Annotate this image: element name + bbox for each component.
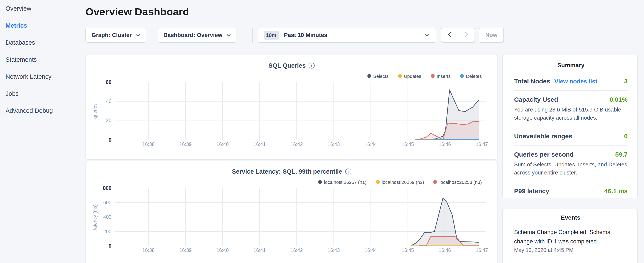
charts-column: SQL Queries i SelectsUpdatesInsertsDelet… bbox=[86, 55, 498, 263]
y-axis-tick: 600 bbox=[86, 199, 112, 206]
x-axis-tick: 16:38 bbox=[136, 248, 161, 253]
event-timestamp: May 13, 2020 at 4:45 PM bbox=[514, 247, 627, 253]
time-range-selector[interactable]: 10m Past 10 Minutes bbox=[258, 28, 436, 43]
summary-value: 46.1 ms bbox=[604, 187, 628, 194]
sidebar-item-statements[interactable]: Statements bbox=[0, 51, 85, 68]
chart-plot[interactable]: 020406016:3816:3916:4016:4116:4216:4316:… bbox=[86, 55, 497, 159]
service-latency-chart-card: Service Latency: SQL, 99th percentile i … bbox=[86, 161, 498, 263]
x-axis-tick: 16:46 bbox=[432, 142, 458, 147]
chevron-down-icon bbox=[136, 34, 140, 36]
event-text: Schema Change Completed: Schema change w… bbox=[514, 227, 627, 246]
y-axis-tick: 200 bbox=[86, 228, 112, 235]
graph-dropdown[interactable]: Graph: Cluster bbox=[86, 28, 146, 43]
chevron-down-icon bbox=[424, 34, 429, 36]
y-axis-tick: 40 bbox=[86, 98, 112, 105]
sidebar: OverviewMetricsDatabasesStatementsNetwor… bbox=[0, 0, 85, 263]
time-range-label: Past 10 Minutes bbox=[284, 32, 327, 38]
x-axis-tick: 16:43 bbox=[321, 142, 346, 147]
chevron-right-icon bbox=[464, 32, 468, 39]
summary-description: You are using 28.6 MiB of 515.9 GiB usab… bbox=[514, 105, 628, 122]
x-axis-tick: 16:44 bbox=[358, 248, 384, 253]
y-axis-tick: 60 bbox=[86, 79, 112, 85]
summary-label: Queries per second bbox=[514, 150, 574, 158]
sidebar-item-network-latency[interactable]: Network Latency bbox=[0, 68, 85, 85]
x-axis-tick: 16:40 bbox=[210, 248, 235, 253]
y-axis-label: queries bbox=[92, 103, 98, 119]
summary-card: Summary Total NodesView nodes list3Capac… bbox=[502, 55, 638, 198]
summary-row: P99 latency46.1 ms bbox=[514, 181, 628, 200]
sql-queries-chart-card: SQL Queries i SelectsUpdatesInsertsDelet… bbox=[86, 55, 498, 159]
x-axis-tick: 16:45 bbox=[395, 142, 420, 147]
time-next-button[interactable] bbox=[458, 28, 474, 42]
time-pager bbox=[441, 28, 475, 43]
summary-row: Queries per second59.7Sum of Selects, Up… bbox=[514, 145, 628, 181]
x-axis-tick: 16:39 bbox=[173, 248, 198, 253]
x-axis-tick: 16:41 bbox=[247, 142, 272, 147]
y-axis-tick: 400 bbox=[86, 213, 112, 220]
x-axis-tick: 16:46 bbox=[432, 248, 458, 253]
sidebar-item-advanced-debug[interactable]: Advanced Debug bbox=[0, 102, 85, 119]
summary-rows: Total NodesView nodes list3Capacity Used… bbox=[514, 77, 628, 200]
summary-label: Capacity Used bbox=[514, 96, 558, 103]
x-axis-tick: 16:41 bbox=[247, 248, 272, 253]
page-title: Overview Dashboard bbox=[86, 6, 189, 18]
summary-label: P99 latency bbox=[514, 187, 549, 195]
time-prev-button[interactable] bbox=[442, 28, 458, 42]
y-axis-label: latency (ms) bbox=[92, 204, 98, 229]
x-axis-tick: 16:42 bbox=[284, 248, 309, 253]
x-axis-tick: 16:45 bbox=[395, 248, 420, 253]
events-title: Events bbox=[514, 213, 627, 221]
chevron-down-icon bbox=[227, 34, 231, 36]
summary-label: Unavailable ranges bbox=[514, 132, 572, 140]
dashboard-dropdown-label: Dashboard: Overview bbox=[163, 32, 222, 38]
toolbar: Graph: Cluster Dashboard: Overview 10m P… bbox=[86, 28, 638, 43]
event-item[interactable]: Schema Change Completed: Schema change w… bbox=[514, 227, 627, 253]
x-axis-tick: 16:43 bbox=[321, 248, 346, 253]
sidebar-item-metrics[interactable]: Metrics bbox=[0, 17, 85, 34]
events-card: Events Schema Change Completed: Schema c… bbox=[502, 209, 638, 263]
summary-value: 0.01% bbox=[610, 96, 628, 103]
dashboard-dropdown[interactable]: Dashboard: Overview bbox=[158, 28, 236, 43]
sidebar-item-jobs[interactable]: Jobs bbox=[0, 85, 85, 102]
app-root: OverviewMetricsDatabasesStatementsNetwor… bbox=[0, 0, 644, 263]
y-axis-tick: 800 bbox=[86, 184, 112, 191]
summary-row: Total NodesView nodes list3 bbox=[514, 77, 628, 90]
view-nodes-list-link[interactable]: View nodes list bbox=[554, 78, 597, 85]
toolbar-divider bbox=[252, 28, 252, 43]
x-axis-tick: 16:38 bbox=[136, 142, 161, 147]
graph-dropdown-label: Graph: Cluster bbox=[92, 32, 132, 38]
time-range-badge: 10m bbox=[264, 31, 279, 39]
summary-value: 3 bbox=[624, 77, 628, 85]
summary-row: Unavailable ranges0 bbox=[514, 127, 628, 145]
y-axis-tick: 0 bbox=[86, 242, 112, 249]
x-axis-tick: 16:44 bbox=[358, 142, 384, 147]
summary-value: 59.7 bbox=[615, 150, 628, 158]
summary-description: Sum of Selects, Updates, Inserts, and De… bbox=[514, 160, 628, 176]
x-axis-tick: 16:40 bbox=[210, 142, 235, 147]
chart-plot[interactable]: 020040060080016:3816:3916:4016:4116:4216… bbox=[86, 161, 497, 263]
summary-row: Capacity Used0.01%You are using 28.6 MiB… bbox=[514, 90, 628, 127]
now-button[interactable]: Now bbox=[479, 28, 504, 43]
x-axis-tick: 16:47 bbox=[469, 142, 494, 147]
chevron-left-icon bbox=[448, 32, 452, 39]
x-axis-tick: 16:47 bbox=[469, 248, 494, 253]
summary-value: 0 bbox=[624, 132, 628, 139]
summary-title: Summary bbox=[514, 61, 628, 69]
x-axis-tick: 16:39 bbox=[173, 142, 198, 147]
sidebar-item-databases[interactable]: Databases bbox=[0, 34, 85, 51]
y-axis-tick: 20 bbox=[86, 117, 112, 124]
sidebar-item-overview[interactable]: Overview bbox=[0, 0, 85, 17]
summary-label: Total Nodes bbox=[514, 77, 550, 85]
x-axis-tick: 16:42 bbox=[284, 142, 309, 147]
y-axis-tick: 0 bbox=[86, 136, 112, 143]
